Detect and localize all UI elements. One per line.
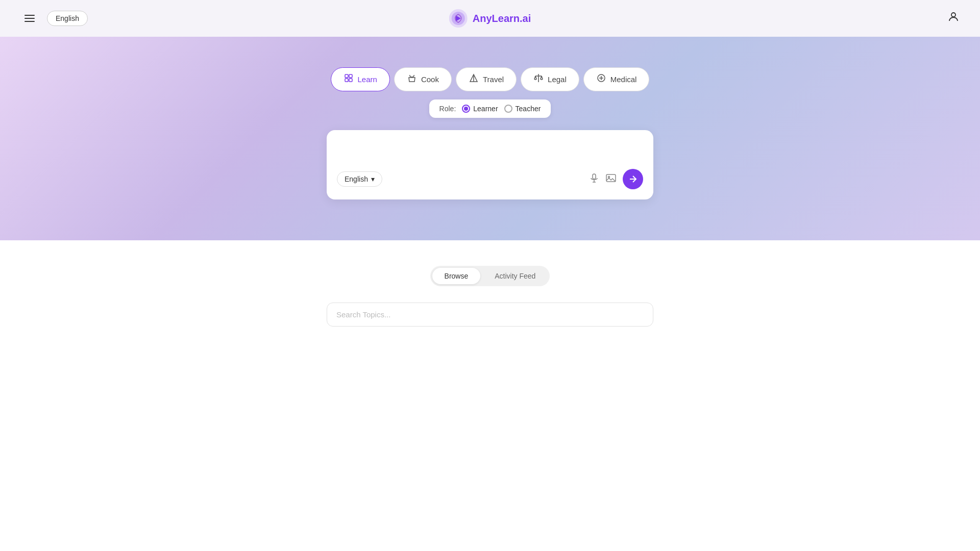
hero-section: Learn Cook Travel (0, 37, 980, 240)
role-teacher-radio (504, 105, 512, 113)
role-label: Role: (439, 105, 456, 113)
mic-icon[interactable] (589, 173, 599, 186)
user-icon[interactable] (947, 11, 960, 26)
svg-rect-6 (349, 79, 352, 82)
main-input[interactable] (337, 140, 643, 161)
logo-text: AnyLearn.ai (473, 13, 531, 24)
tab-legal[interactable]: Legal (521, 67, 579, 91)
logo-icon (449, 9, 468, 28)
category-tabs: Learn Cook Travel (331, 67, 650, 91)
tab-learn-label: Learn (358, 75, 377, 84)
search-input[interactable] (327, 303, 653, 327)
tab-cook-label: Cook (421, 75, 439, 84)
learn-icon (344, 73, 354, 86)
menu-icon[interactable] (20, 9, 39, 28)
input-lang-label: English (345, 175, 368, 183)
role-selector: Role: Learner Teacher (429, 99, 551, 118)
header: English AnyLearn.ai (0, 0, 980, 37)
input-card: English ▾ (327, 130, 653, 199)
browse-tabs: Browse Activity Feed (430, 266, 550, 286)
tab-travel-label: Travel (483, 75, 504, 84)
logo: AnyLearn.ai (449, 9, 531, 28)
tab-learn[interactable]: Learn (331, 67, 390, 91)
svg-rect-13 (593, 174, 596, 179)
image-upload-icon[interactable] (605, 172, 617, 186)
input-bottom-bar: English ▾ (337, 169, 643, 189)
role-learner-radio (462, 105, 470, 113)
send-button[interactable] (623, 169, 643, 189)
medical-icon (596, 73, 606, 86)
svg-rect-5 (345, 79, 348, 82)
tab-medical[interactable]: Medical (583, 67, 650, 91)
role-learner[interactable]: Learner (462, 105, 498, 113)
tab-legal-label: Legal (548, 75, 567, 84)
svg-rect-4 (349, 74, 352, 78)
svg-rect-3 (345, 74, 348, 78)
tab-travel[interactable]: Travel (456, 67, 517, 91)
input-language-selector[interactable]: English ▾ (337, 171, 382, 187)
role-teacher-label: Teacher (516, 105, 541, 113)
tab-medical-label: Medical (610, 75, 637, 84)
chevron-down-icon: ▾ (371, 175, 375, 183)
search-container (327, 303, 653, 327)
cook-icon (407, 73, 417, 86)
header-left: English (20, 9, 88, 28)
svg-point-2 (951, 13, 955, 17)
browse-tab-activity[interactable]: Activity Feed (482, 268, 548, 284)
language-button[interactable]: English (47, 11, 88, 26)
bottom-section: Browse Activity Feed (0, 240, 980, 551)
legal-icon (533, 73, 544, 86)
browse-tab-browse[interactable]: Browse (432, 268, 481, 284)
tab-cook[interactable]: Cook (394, 67, 452, 91)
input-actions (589, 169, 643, 189)
role-teacher[interactable]: Teacher (504, 105, 541, 113)
role-learner-label: Learner (473, 105, 498, 113)
travel-icon (469, 73, 479, 86)
